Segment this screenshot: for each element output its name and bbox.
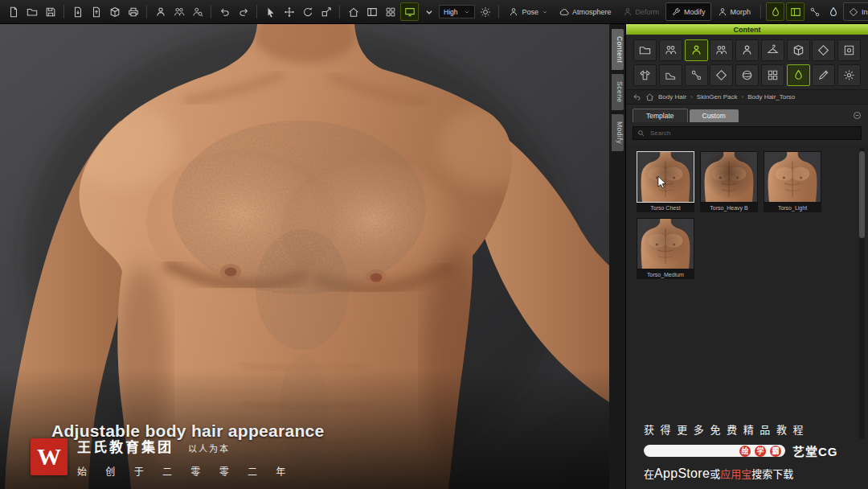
stage-icon[interactable]: [837, 39, 861, 61]
thumbnail-torso-light[interactable]: Torso_Light: [764, 151, 821, 212]
installod-icon: [849, 7, 858, 17]
company-name: 王氏教育集团: [77, 436, 174, 456]
visual-settings-icon[interactable]: [400, 2, 419, 21]
thumbnail-grid: Torso Chest Torso_Heavy B Torso_Light: [626, 145, 868, 489]
company-row: 王氏教育集团 以人为本: [77, 436, 230, 456]
home-icon[interactable]: [645, 92, 654, 101]
avatar-icon[interactable]: [685, 39, 708, 61]
search-icon: [637, 129, 645, 137]
toolbar-separator: [498, 5, 499, 18]
scene-manager-icon[interactable]: [363, 3, 380, 20]
deform-button: Deform: [618, 3, 665, 20]
open-project-icon[interactable]: [23, 3, 40, 20]
cloth-icon[interactable]: [761, 39, 784, 61]
smart-material-icon[interactable]: [735, 64, 759, 86]
save-project-icon[interactable]: [42, 3, 59, 20]
side-tab-content[interactable]: Content: [612, 29, 624, 70]
texture-icon[interactable]: [761, 64, 784, 86]
export-icon[interactable]: [88, 3, 104, 20]
move-tool-icon[interactable]: [280, 3, 297, 20]
search-box[interactable]: [633, 126, 862, 140]
new-project-icon[interactable]: [5, 3, 22, 20]
material-drop-icon[interactable]: [825, 3, 841, 20]
material-icon[interactable]: [710, 64, 733, 86]
thumbnail-torso-heavy-b[interactable]: Torso_Heavy B: [700, 151, 758, 212]
merge-avatar-icon[interactable]: [170, 3, 187, 20]
import-icon[interactable]: [69, 3, 86, 20]
brush-icon[interactable]: [812, 64, 835, 86]
toolbar-separator: [211, 5, 211, 18]
load-avatar-icon[interactable]: [152, 3, 169, 20]
tab-template[interactable]: Template: [633, 109, 688, 122]
scale-tool-icon[interactable]: [317, 3, 334, 20]
app-window: High Pose Atmosphere Deform Modify Morph: [0, 0, 868, 489]
morph-icon: [718, 7, 727, 17]
collapse-panel-icon[interactable]: [853, 111, 862, 120]
search-row: [626, 122, 868, 145]
side-tab-scene[interactable]: Scene: [612, 74, 624, 110]
installod-button[interactable]: InstaLOD: [843, 2, 868, 21]
breadcrumb-item[interactable]: SkinGen Pack: [697, 93, 738, 101]
panel-title: Content: [734, 26, 761, 34]
shirt-icon[interactable]: [633, 64, 657, 86]
morph-button[interactable]: Morph: [713, 3, 756, 20]
content-panel-header: Content: [626, 24, 868, 35]
body-icon[interactable]: [735, 39, 759, 61]
render-quality-value: High: [444, 8, 457, 16]
library-tabs: Template Custom: [626, 105, 868, 122]
breadcrumb-item[interactable]: Body Hair: [658, 93, 686, 101]
display-options-icon[interactable]: [420, 3, 437, 20]
skin-icon[interactable]: [787, 64, 810, 86]
redo-icon[interactable]: [235, 3, 252, 20]
pose-button[interactable]: Pose: [504, 3, 553, 20]
shoes-icon[interactable]: [659, 64, 682, 86]
motion-icon[interactable]: [710, 39, 733, 61]
prop-icon[interactable]: [787, 39, 810, 61]
render-image-icon[interactable]: [125, 3, 141, 20]
toolbar-separator: [256, 5, 257, 18]
content-folder-icon[interactable]: [633, 39, 657, 61]
thumbnail-image: [637, 218, 694, 269]
avatar-pair-icon[interactable]: [659, 39, 682, 61]
pack-project-icon[interactable]: [106, 3, 123, 20]
viewport-3d[interactable]: Adjustable body hair appearance W 王氏教育集团…: [0, 24, 609, 489]
skeleton-icon[interactable]: [685, 64, 708, 86]
breadcrumb-item[interactable]: Body Hair_Torso: [747, 93, 795, 101]
search-input[interactable]: [649, 129, 857, 138]
thumbnail-image: [764, 151, 821, 203]
main-toolbar: High Pose Atmosphere Deform Modify Morph: [0, 0, 868, 24]
render-quality-select[interactable]: High: [439, 5, 475, 18]
back-icon[interactable]: [633, 92, 641, 101]
atmosphere-icon: [559, 7, 569, 17]
company-since: 始 创 于 二 零 零 二 年: [77, 464, 293, 478]
modify-button[interactable]: Modify: [665, 2, 711, 21]
side-tab-modify[interactable]: Modify: [612, 114, 624, 151]
content-panel: Content: [625, 24, 868, 489]
undo-icon[interactable]: [216, 3, 233, 20]
thumbnail-torso-chest[interactable]: Torso Chest: [637, 151, 694, 212]
toolbar-separator: [146, 5, 147, 18]
lod-icon[interactable]: [806, 3, 823, 20]
company-logo: W: [31, 438, 68, 475]
select-tool-icon[interactable]: [262, 3, 279, 20]
atmosphere-button[interactable]: Atmosphere: [555, 3, 616, 20]
rotate-tool-icon[interactable]: [299, 3, 316, 20]
lighting-icon[interactable]: [477, 3, 493, 20]
skingen-icon[interactable]: [766, 2, 784, 21]
settings-gear-icon[interactable]: [837, 64, 861, 86]
home-camera-icon[interactable]: [345, 3, 362, 20]
side-tab-strip: Content Scene Modify: [609, 24, 625, 489]
toolbar-separator: [760, 5, 761, 18]
find-avatar-icon[interactable]: [189, 3, 206, 20]
thumbnail-label: Torso_Light: [764, 203, 821, 212]
thumbnail-torso-medium[interactable]: Torso_Medium: [637, 218, 694, 279]
chevron-down-icon: [464, 9, 470, 15]
content-manager-icon[interactable]: [382, 3, 399, 20]
modify-icon: [671, 7, 681, 17]
toolbar-separator: [63, 5, 64, 18]
scrollbar-thumb[interactable]: [859, 151, 865, 238]
tab-custom[interactable]: Custom: [690, 109, 739, 122]
appearance-editor-icon[interactable]: [786, 2, 805, 21]
accessory-icon[interactable]: [812, 39, 835, 61]
thumbnail-image: [700, 151, 758, 203]
